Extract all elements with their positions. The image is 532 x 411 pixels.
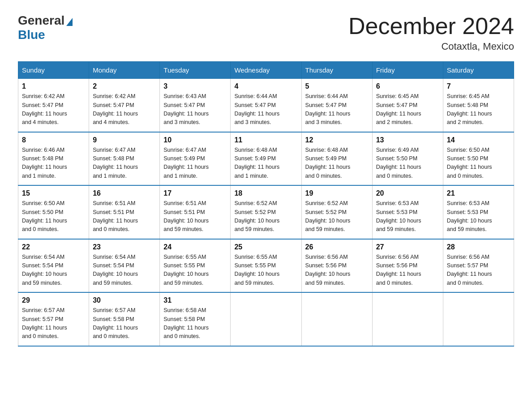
header-cell-monday: Monday [89, 62, 160, 79]
day-info: Sunrise: 6:53 AM Sunset: 5:53 PM Dayligh… [447, 199, 510, 234]
day-info: Sunrise: 6:52 AM Sunset: 5:52 PM Dayligh… [305, 199, 369, 234]
day-number: 9 [93, 136, 156, 144]
calendar-header: SundayMondayTuesdayWednesdayThursdayFrid… [18, 62, 514, 79]
calendar-cell: 26Sunrise: 6:56 AM Sunset: 5:56 PM Dayli… [301, 239, 372, 293]
day-number: 10 [163, 136, 227, 144]
calendar-cell: 25Sunrise: 6:55 AM Sunset: 5:55 PM Dayli… [231, 239, 301, 293]
calendar-cell: 18Sunrise: 6:52 AM Sunset: 5:52 PM Dayli… [231, 185, 301, 239]
calendar-cell: 14Sunrise: 6:50 AM Sunset: 5:50 PM Dayli… [443, 132, 514, 186]
day-number: 24 [163, 243, 227, 251]
day-info: Sunrise: 6:56 AM Sunset: 5:56 PM Dayligh… [376, 253, 439, 288]
day-number: 21 [447, 189, 510, 197]
calendar-week-5: 29Sunrise: 6:57 AM Sunset: 5:57 PM Dayli… [18, 292, 514, 346]
calendar-cell: 4Sunrise: 6:44 AM Sunset: 5:47 PM Daylig… [231, 79, 301, 132]
day-info: Sunrise: 6:47 AM Sunset: 5:48 PM Dayligh… [93, 146, 156, 181]
calendar-cell: 13Sunrise: 6:49 AM Sunset: 5:50 PM Dayli… [372, 132, 443, 186]
day-info: Sunrise: 6:47 AM Sunset: 5:49 PM Dayligh… [163, 146, 227, 181]
header-cell-friday: Friday [372, 62, 443, 79]
calendar-cell: 28Sunrise: 6:56 AM Sunset: 5:57 PM Dayli… [443, 239, 514, 293]
header-cell-thursday: Thursday [301, 62, 372, 79]
calendar-week-3: 15Sunrise: 6:50 AM Sunset: 5:50 PM Dayli… [18, 185, 514, 239]
day-info: Sunrise: 6:44 AM Sunset: 5:47 PM Dayligh… [234, 92, 297, 127]
day-info: Sunrise: 6:43 AM Sunset: 5:47 PM Dayligh… [163, 92, 227, 127]
day-number: 28 [447, 243, 510, 251]
calendar-cell: 1Sunrise: 6:42 AM Sunset: 5:47 PM Daylig… [18, 79, 89, 132]
day-info: Sunrise: 6:48 AM Sunset: 5:49 PM Dayligh… [305, 146, 369, 181]
logo-blue-text: Blue [18, 28, 45, 42]
title-section: December 2024 Cotaxtla, Mexico [348, 13, 514, 52]
day-number: 14 [447, 136, 510, 144]
day-number: 23 [93, 243, 156, 251]
calendar-cell: 11Sunrise: 6:48 AM Sunset: 5:49 PM Dayli… [231, 132, 301, 186]
day-info: Sunrise: 6:50 AM Sunset: 5:50 PM Dayligh… [447, 146, 510, 181]
day-number: 8 [22, 136, 85, 144]
header-cell-sunday: Sunday [18, 62, 89, 79]
day-number: 25 [234, 243, 297, 251]
calendar-cell [301, 292, 372, 346]
day-number: 30 [93, 296, 156, 304]
day-number: 20 [376, 189, 439, 197]
calendar-cell: 9Sunrise: 6:47 AM Sunset: 5:48 PM Daylig… [89, 132, 160, 186]
day-number: 12 [305, 136, 369, 144]
day-number: 7 [447, 82, 510, 90]
day-info: Sunrise: 6:45 AM Sunset: 5:47 PM Dayligh… [376, 92, 439, 127]
day-number: 22 [22, 243, 85, 251]
calendar-cell: 2Sunrise: 6:42 AM Sunset: 5:47 PM Daylig… [89, 79, 160, 132]
day-number: 11 [234, 136, 297, 144]
calendar-cell: 7Sunrise: 6:45 AM Sunset: 5:48 PM Daylig… [443, 79, 514, 132]
day-info: Sunrise: 6:54 AM Sunset: 5:54 PM Dayligh… [22, 253, 85, 288]
day-info: Sunrise: 6:57 AM Sunset: 5:57 PM Dayligh… [22, 306, 85, 341]
day-number: 26 [305, 243, 369, 251]
calendar-week-2: 8Sunrise: 6:46 AM Sunset: 5:48 PM Daylig… [18, 132, 514, 186]
day-info: Sunrise: 6:50 AM Sunset: 5:50 PM Dayligh… [22, 199, 85, 234]
day-number: 17 [163, 189, 227, 197]
calendar-cell: 3Sunrise: 6:43 AM Sunset: 5:47 PM Daylig… [160, 79, 231, 132]
calendar-cell: 30Sunrise: 6:57 AM Sunset: 5:58 PM Dayli… [89, 292, 160, 346]
calendar-body: 1Sunrise: 6:42 AM Sunset: 5:47 PM Daylig… [18, 79, 514, 346]
day-info: Sunrise: 6:46 AM Sunset: 5:48 PM Dayligh… [22, 146, 85, 181]
day-number: 15 [22, 189, 85, 197]
day-info: Sunrise: 6:54 AM Sunset: 5:54 PM Dayligh… [93, 253, 156, 288]
calendar-cell: 23Sunrise: 6:54 AM Sunset: 5:54 PM Dayli… [89, 239, 160, 293]
day-number: 13 [376, 136, 439, 144]
calendar-cell: 5Sunrise: 6:44 AM Sunset: 5:47 PM Daylig… [301, 79, 372, 132]
day-number: 19 [305, 189, 369, 197]
day-info: Sunrise: 6:51 AM Sunset: 5:51 PM Dayligh… [93, 199, 156, 234]
calendar-cell: 20Sunrise: 6:53 AM Sunset: 5:53 PM Dayli… [372, 185, 443, 239]
day-info: Sunrise: 6:49 AM Sunset: 5:50 PM Dayligh… [376, 146, 439, 181]
day-info: Sunrise: 6:53 AM Sunset: 5:53 PM Dayligh… [376, 199, 439, 234]
day-info: Sunrise: 6:51 AM Sunset: 5:51 PM Dayligh… [163, 199, 227, 234]
day-info: Sunrise: 6:42 AM Sunset: 5:47 PM Dayligh… [93, 92, 156, 127]
day-number: 5 [305, 82, 369, 90]
day-number: 3 [163, 82, 227, 90]
calendar-cell [231, 292, 301, 346]
day-info: Sunrise: 6:48 AM Sunset: 5:49 PM Dayligh… [234, 146, 297, 181]
calendar-cell: 15Sunrise: 6:50 AM Sunset: 5:50 PM Dayli… [18, 185, 89, 239]
day-number: 6 [376, 82, 439, 90]
day-info: Sunrise: 6:56 AM Sunset: 5:57 PM Dayligh… [447, 253, 510, 288]
day-info: Sunrise: 6:58 AM Sunset: 5:58 PM Dayligh… [163, 306, 227, 341]
day-number: 31 [163, 296, 227, 304]
month-title: December 2024 [348, 13, 514, 39]
calendar-cell: 17Sunrise: 6:51 AM Sunset: 5:51 PM Dayli… [160, 185, 231, 239]
day-info: Sunrise: 6:52 AM Sunset: 5:52 PM Dayligh… [234, 199, 297, 234]
header-cell-saturday: Saturday [443, 62, 514, 79]
day-info: Sunrise: 6:44 AM Sunset: 5:47 PM Dayligh… [305, 92, 369, 127]
page-header: General Blue December 2024 Cotaxtla, Mex… [18, 13, 514, 52]
header-cell-wednesday: Wednesday [231, 62, 301, 79]
day-number: 29 [22, 296, 85, 304]
calendar-cell: 8Sunrise: 6:46 AM Sunset: 5:48 PM Daylig… [18, 132, 89, 186]
day-number: 4 [234, 82, 297, 90]
day-info: Sunrise: 6:42 AM Sunset: 5:47 PM Dayligh… [22, 92, 85, 127]
calendar-cell: 31Sunrise: 6:58 AM Sunset: 5:58 PM Dayli… [160, 292, 231, 346]
calendar-cell [372, 292, 443, 346]
header-row: SundayMondayTuesdayWednesdayThursdayFrid… [18, 62, 514, 79]
calendar-cell [443, 292, 514, 346]
calendar-cell: 19Sunrise: 6:52 AM Sunset: 5:52 PM Dayli… [301, 185, 372, 239]
day-info: Sunrise: 6:45 AM Sunset: 5:48 PM Dayligh… [447, 92, 510, 127]
day-number: 2 [93, 82, 156, 90]
day-info: Sunrise: 6:55 AM Sunset: 5:55 PM Dayligh… [163, 253, 227, 288]
location-title: Cotaxtla, Mexico [348, 41, 514, 52]
logo: General Blue [18, 13, 73, 42]
calendar-table: SundayMondayTuesdayWednesdayThursdayFrid… [18, 61, 514, 347]
